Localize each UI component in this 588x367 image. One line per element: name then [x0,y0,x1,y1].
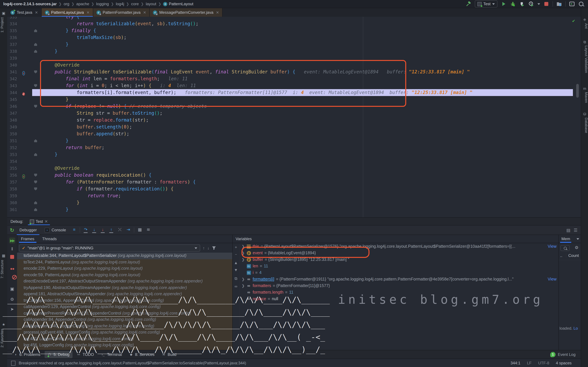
code-line[interactable]: 358if (formatter.requiresLocation()) { [7,185,581,192]
toolwindow-button-5-debug[interactable]: ᙁ5: Debug [45,351,72,358]
close-icon[interactable]: ✕ [86,10,89,15]
chevron-down-icon[interactable] [537,3,540,5]
remove-watch-icon[interactable]: － [233,251,239,257]
editor-preview-icon[interactable] [11,361,15,366]
toolwindow-button-8-services[interactable]: ◆8: Services [126,351,157,358]
editor-scrollbar[interactable] [576,84,579,98]
line-number[interactable]: 335 [7,27,17,34]
pin-icon[interactable]: ➤ [9,306,15,312]
variable-name[interactable]: i [253,269,254,276]
view-options-icon[interactable]: ▤ [566,228,571,233]
breadcrumb-item[interactable]: apache [76,2,89,6]
code-line[interactable]: 346if (replace != null) { // creates tem… [7,103,581,110]
stack-frame[interactable]: encode:229, PatternLayout (org.apache.lo… [17,266,232,272]
run-anything-icon[interactable] [569,1,575,7]
line-number[interactable]: 336 [7,34,17,41]
code-line[interactable]: 357for (PatternFormatter formatter : for… [7,179,581,185]
toolwindow-button-todo[interactable]: ≔TODO [74,351,97,358]
stack-frame[interactable]: log:481, LoggerConfig (org.apache.loggin… [17,336,232,342]
stack-frame[interactable]: toText:244, PatternLayout (org.apache.lo… [17,259,232,266]
mute-breakpoints-icon[interactable] [9,275,15,281]
tab-threads[interactable]: Threads [38,235,61,243]
camera-icon[interactable]: ▣ [9,286,15,292]
variable-name[interactable]: formatters[i] [253,276,274,283]
toolwindow-stripe-maven[interactable]: Maven [581,92,588,103]
frame-down-icon[interactable]: ↓ [207,246,209,250]
close-icon[interactable]: ✕ [35,10,38,15]
expand-chevron-icon[interactable]: ❯ [242,256,245,263]
breakpoint-icon[interactable]: ✓ [22,90,27,95]
stack-frame[interactable]: toSerializable:344, PatternLayout$Patter… [17,253,232,259]
toolwindow-stripe-layout-validation[interactable]: Layout Validation [581,46,588,73]
stack-frame[interactable]: log:456, LoggerConfig (org.apache.loggin… [17,342,232,349]
editor-tab[interactable]: cMessagePatternConverter.java✕ [150,8,223,17]
line-number[interactable]: 354 [7,158,17,165]
stack-frame[interactable]: processLogEvent:498, LoggerConfig (org.a… [17,329,232,336]
right-strip-maven-icon[interactable]: m [582,86,587,91]
coverage-icon[interactable] [519,1,525,7]
tab-frames[interactable]: Frames [17,235,38,243]
code-editor[interactable]: 333try {334return toSerializable(event, … [7,17,581,217]
count-column-header[interactable]: Count [566,253,579,258]
code-line[interactable]: 333try { [7,17,581,20]
memory-tab[interactable]: Mem [559,235,581,243]
variable-row[interactable]: 01len= 11 [241,263,558,269]
filter-icon[interactable] [212,246,216,250]
debug-session-tab[interactable]: Test ✕ [28,217,50,225]
code-line[interactable]: 360} [7,199,581,206]
code-line[interactable]: 354 [7,158,581,165]
code-line[interactable]: 355@Override [7,165,581,172]
fold-marker-icon[interactable] [34,208,37,211]
fold-marker-icon[interactable] [34,70,37,73]
variable-row[interactable]: ❯pevent= {MutableLogEvent@1894} [241,250,558,256]
view-breakpoints-icon[interactable]: ●● [9,266,15,272]
breadcrumb-item[interactable]: log4j [116,2,124,6]
code-line[interactable]: 345} [7,96,581,103]
view-link[interactable]: View [545,276,556,283]
expand-chevron-icon[interactable]: ❯ [242,276,245,283]
line-number[interactable]: 340 [7,62,17,68]
editor-tab[interactable]: cTest.java✕ [7,8,42,17]
expand-chevron-icon[interactable]: ❯ [242,250,245,256]
indent-style[interactable]: 4 spaces [556,361,571,365]
tab-console[interactable]: › Console [42,225,69,235]
settings-gear-icon[interactable]: ⚙ [9,297,15,302]
copy-icon[interactable]: ⧉ [233,275,239,282]
code-line[interactable]: 335} finally { [7,27,581,34]
code-line[interactable]: 361} [7,206,581,213]
line-number[interactable]: 333 [7,17,17,20]
thread-selector[interactable]: ✓ "main"@1 in group "main": RUNNING [19,244,200,252]
more-icon[interactable]: ☰ [574,228,578,233]
show-execution-point-icon[interactable]: ≡ [71,227,77,233]
line-number[interactable]: 338 [7,48,17,55]
line-number[interactable]: 347 [7,110,17,117]
stack-frame[interactable]: directEncodeEvent:197, AbstractOutputStr… [17,278,232,284]
line-number[interactable]: 359 [7,192,17,199]
show-watches-icon[interactable]: ∞ [233,284,239,289]
code-line[interactable]: 350buffer.append(str); [7,130,581,137]
code-line[interactable]: 341↑public StringBuilder toSerializable(… [7,68,581,75]
memory-search-input[interactable] [561,245,570,251]
line-number[interactable]: 346 [7,103,17,110]
left-strip-project-icon[interactable]: ▣ [1,11,6,15]
toolwindow-button-build[interactable]: ⚒Build [159,351,179,358]
fold-marker-icon[interactable] [34,29,37,32]
line-number[interactable]: 353 [7,151,17,158]
line-number[interactable]: 355 [7,165,17,172]
code-line[interactable]: 343for (int i = 0; i < len; i++) {i: 4 l… [7,82,581,89]
variable-row[interactable]: ❯this= {PatternLayout$PatternSerializer@… [241,243,558,250]
force-step-into-icon[interactable]: ↓ [100,227,106,233]
breadcrumb-class[interactable]: c PatternLayout [163,2,193,6]
stack-frame[interactable]: append:181, AbstractOutputStreamAppender… [17,291,232,297]
expand-chevron-icon[interactable]: ❯ [242,243,245,250]
stack-frame[interactable]: callAppenderPreventRecursion:120, Append… [17,310,232,317]
code-line[interactable]: 334return toSerializable(event, sb).toSt… [7,20,581,27]
run-config-selector[interactable]: Test [475,0,497,8]
code-line[interactable]: 338} [7,48,581,55]
code-line[interactable]: 344✓formatters[i].format(event, buffer);… [7,89,581,96]
line-number[interactable]: 350 [7,130,17,137]
build-hammer-icon[interactable] [466,1,472,7]
fold-marker-icon[interactable] [34,187,37,190]
code-line[interactable]: 342final int len = formatters.length;len… [7,75,581,82]
code-line[interactable]: 336trimToMaxSize(sb); [7,34,581,41]
